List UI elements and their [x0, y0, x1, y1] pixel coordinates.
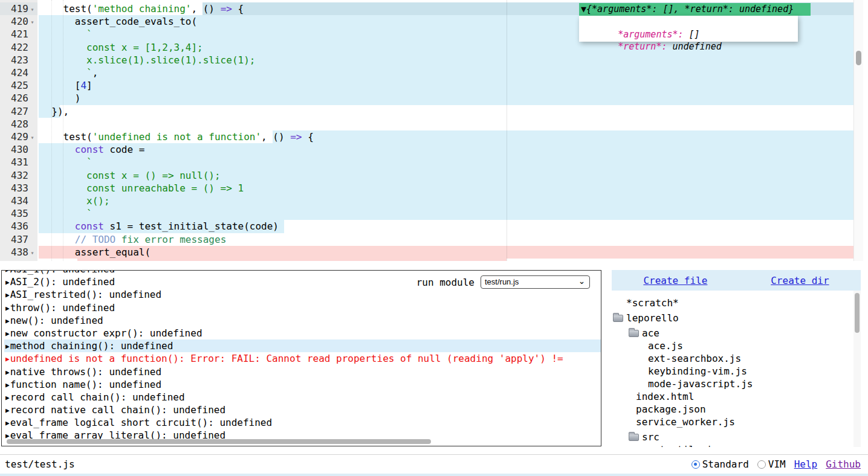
code-line[interactable]: assert_equal( — [0, 246, 853, 259]
tree-file-item[interactable]: keybinding-vim.js — [612, 365, 861, 378]
console-log-entry[interactable]: ▶record call chain(): undefined — [4, 391, 601, 404]
code-line[interactable]: const x = () => null(); — [0, 169, 853, 182]
execution-highlight — [39, 79, 853, 92]
github-link[interactable]: Github — [826, 458, 861, 470]
editor-scrollbar-thumb[interactable] — [856, 51, 861, 65]
keybinding-standard-option[interactable]: Standard — [691, 458, 749, 470]
radio-selected-icon[interactable] — [691, 460, 700, 469]
gutter-line-number: 421 — [0, 28, 37, 40]
code-line[interactable]: }), — [0, 105, 853, 118]
code-token: 4 — [80, 80, 86, 91]
expand-arrow-icon[interactable]: ▶ — [5, 381, 10, 389]
execution-highlight — [39, 92, 853, 105]
tree-file-item[interactable]: ext-searchbox.js — [612, 352, 861, 365]
code-line-text: `, — [40, 66, 98, 79]
expand-arrow-icon[interactable]: ▶ — [5, 394, 10, 402]
radio-unselected-icon[interactable] — [757, 460, 766, 469]
run-module-selected-value: test/run.js — [485, 277, 519, 286]
code-token: x.slice(1).slice(1).slice(1); — [40, 54, 255, 66]
console-log-entry[interactable]: ▶function name(): undefined — [4, 378, 601, 391]
code-line[interactable]: const s1 = test_initial_state(code) — [0, 220, 853, 233]
expand-arrow-icon[interactable]: ▶ — [5, 368, 10, 376]
expand-arrow-icon[interactable]: ▶ — [5, 317, 10, 325]
expand-arrow-icon[interactable]: ▶ — [5, 270, 10, 274]
tree-file-item[interactable]: service_worker.js — [612, 416, 861, 428]
keybinding-vim-label: VIM — [768, 458, 786, 470]
console-log-entry[interactable]: ▶throw(): undefined — [4, 301, 601, 314]
expand-arrow-icon[interactable]: ▶ — [5, 278, 10, 286]
gutter-line-number[interactable]: 420▾ — [0, 15, 37, 28]
gutter-line-number: 424 — [0, 66, 37, 79]
tree-file-item[interactable]: ast_utils.js — [612, 443, 861, 447]
editor-gutter: 419▾420▾421422423424425426427428429▾4304… — [0, 0, 37, 261]
help-link[interactable]: Help — [794, 458, 818, 470]
folder-icon — [629, 434, 639, 441]
file-tree-scrollbar-thumb[interactable] — [855, 293, 860, 333]
gutter-line-number[interactable]: 438▾ — [0, 246, 37, 259]
tree-item-label: src — [642, 431, 659, 443]
expand-arrow-icon[interactable]: ▶ — [5, 330, 10, 338]
code-line[interactable]: test('undefined is not a function', () =… — [0, 130, 853, 143]
keybinding-vim-option[interactable]: VIM — [757, 458, 786, 470]
create-file-button[interactable]: Create file — [643, 275, 707, 286]
console-log-entry[interactable]: ▶new(): undefined — [4, 314, 601, 327]
tree-folder-item[interactable]: ace — [612, 327, 861, 339]
console-log-entry[interactable]: ▶undefined is not a function(): Error: F… — [4, 352, 601, 365]
tree-file-item[interactable]: ace.js — [612, 339, 861, 352]
code-line[interactable]: x.slice(1).slice(1).slice(1); — [0, 54, 853, 66]
code-line[interactable]: // TODO fix error messages — [0, 233, 853, 246]
tree-file-item[interactable]: mode-javascript.js — [612, 378, 861, 390]
run-module-control: run module test/run.js ⌄ — [416, 275, 590, 289]
code-line[interactable]: ` — [0, 156, 853, 169]
run-module-select[interactable]: test/run.js ⌄ — [481, 275, 590, 289]
expand-arrow-icon[interactable]: ▶ — [5, 304, 10, 312]
execution-highlight — [39, 156, 853, 169]
code-token: assert_equal( — [40, 246, 151, 258]
code-line[interactable]: `, — [0, 66, 853, 79]
code-token: ] — [86, 80, 92, 91]
code-line[interactable]: [4] — [0, 79, 853, 92]
inspector-header[interactable]: ▼{*arguments*: [], *return*: undefined} — [579, 3, 811, 16]
code-line-text: assert_calltree(s1) — [40, 259, 197, 261]
console-log-entry[interactable]: ▶eval_frame logical short circuit(): und… — [4, 416, 601, 429]
tree-file-item[interactable]: package.json — [612, 403, 861, 416]
console-log-entry[interactable]: ▶new constructor expr(): undefined — [4, 327, 601, 339]
expand-arrow-icon[interactable]: ▶ — [5, 407, 10, 414]
gutter-line-number: 432 — [0, 169, 37, 182]
console-hscrollbar-thumb[interactable] — [7, 439, 431, 444]
gutter-line-number[interactable]: 419▾ — [0, 2, 37, 15]
gutter-line-number[interactable]: 429▾ — [0, 130, 37, 143]
expand-arrow-icon[interactable]: ▶ — [5, 355, 10, 363]
expand-arrow-icon[interactable]: ▶ — [5, 291, 10, 299]
console-log-entry[interactable]: ▶ASI_1(): undefined — [4, 270, 601, 275]
code-line[interactable]: ) — [0, 92, 853, 105]
execution-highlight — [39, 66, 853, 79]
tree-file-item[interactable]: index.html — [612, 390, 861, 403]
code-line[interactable]: x(); — [0, 195, 853, 207]
gutter-line-number: 437 — [0, 233, 37, 246]
expand-arrow-icon[interactable]: ▶ — [5, 343, 10, 350]
expand-arrow-icon[interactable]: ▶ — [5, 419, 10, 427]
tree-item-label: ace.js — [648, 340, 683, 352]
code-line[interactable] — [0, 118, 853, 130]
code-line[interactable]: const code = — [0, 143, 853, 156]
execution-highlight — [39, 246, 853, 259]
code-line[interactable]: const unreachable = () => 1 — [0, 182, 853, 195]
code-line-text: x(); — [40, 195, 110, 207]
console-log-entry[interactable]: ▶ASI_restrited(): undefined — [4, 288, 601, 301]
console-log-entry[interactable]: ▶method chaining(): undefined — [4, 339, 601, 352]
console-log-entry[interactable]: ▶record native call chain(): undefined — [4, 404, 601, 416]
tree-folder-item[interactable]: src — [612, 431, 861, 443]
create-dir-button[interactable]: Create dir — [771, 275, 829, 286]
code-token: assert_calltree(s1) — [40, 259, 197, 261]
code-line[interactable]: const x = [1,2,3,4]; — [0, 41, 853, 54]
inspector-row[interactable]: *arguments*:[] — [579, 16, 798, 28]
tree-folder-item[interactable]: leporello — [612, 312, 861, 324]
code-token: assert_code_evals_to( — [40, 16, 197, 27]
code-token: // TODO — [40, 234, 115, 245]
code-line[interactable]: ` — [0, 207, 853, 220]
code-token: ` — [40, 208, 92, 219]
code-line[interactable]: assert_calltree(s1) — [0, 259, 853, 261]
console-log-entry[interactable]: ▶native throws(): undefined — [4, 365, 601, 378]
tree-file-item[interactable]: *scratch* — [612, 297, 861, 309]
